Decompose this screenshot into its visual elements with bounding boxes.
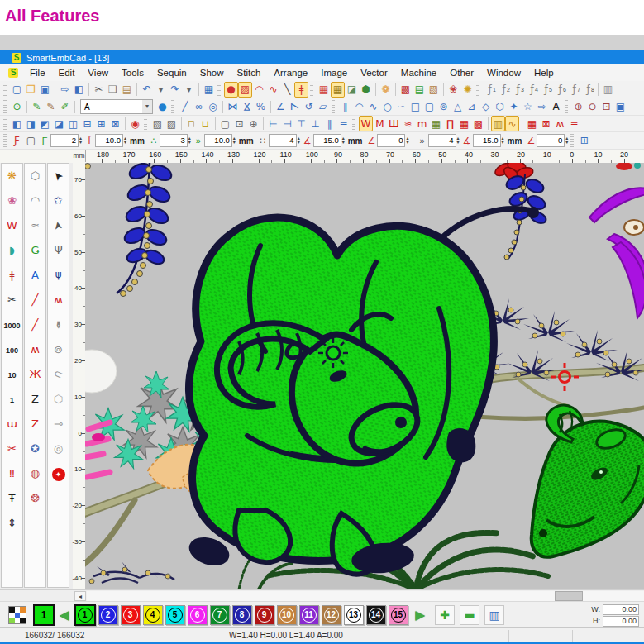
menu-sequin[interactable]: Sequin bbox=[150, 68, 193, 78]
break-apart-button[interactable]: ⊠ bbox=[108, 116, 122, 131]
insert-shapes-button[interactable]: ⬢ bbox=[359, 82, 373, 98]
horizontal-ruler[interactable]: -180-170-160-150-140-130-120-110-100-90-… bbox=[85, 150, 644, 163]
menu-view[interactable]: View bbox=[81, 68, 115, 78]
title-bar[interactable]: S SmartEmbCad - [13] bbox=[0, 50, 644, 64]
four-star-shape-button[interactable]: ✦ bbox=[507, 99, 521, 115]
spin-down-icon[interactable]: ▾ bbox=[79, 141, 82, 145]
wrench-tool-tool-button[interactable]: ⊂ bbox=[48, 362, 69, 387]
right-triangle-shape-button[interactable]: ⊿ bbox=[465, 99, 479, 115]
spin-down-icon[interactable]: ▾ bbox=[188, 141, 191, 145]
sew-order-8-button[interactable]: ƒ8 bbox=[581, 82, 595, 98]
zigzag2-type-button[interactable]: ʍ bbox=[553, 116, 567, 131]
palette-color-9[interactable]: 9 bbox=[255, 605, 274, 625]
triple-manual-tool-button[interactable]: Z bbox=[25, 412, 45, 436]
align-top-button[interactable]: ⊤ bbox=[294, 116, 308, 131]
baseline-tool-tool-button[interactable]: Ŧ bbox=[2, 486, 22, 511]
sew-order-4-button[interactable]: ƒ4 bbox=[525, 82, 539, 98]
vertical-ruler[interactable]: 706050403020100-10-20-30-40 bbox=[73, 163, 86, 589]
pan-hand-tool-button[interactable]: Ψ bbox=[48, 238, 69, 263]
palette-color-2[interactable]: 2 bbox=[98, 605, 118, 625]
spin-down-icon[interactable]: ▾ bbox=[298, 141, 300, 145]
next-color-button[interactable]: ▶ bbox=[414, 608, 427, 623]
sew-order-5-button[interactable]: ƒ5 bbox=[539, 82, 553, 98]
angle-a-stepper[interactable]: ▴▾ bbox=[406, 136, 408, 145]
arrow-shape-button[interactable]: ⇨ bbox=[535, 99, 549, 115]
applique-type-button[interactable]: ⊠ bbox=[539, 116, 553, 131]
rotate-object-button[interactable]: ↺ bbox=[302, 99, 316, 115]
exclude-objects-button[interactable]: ◪ bbox=[52, 116, 66, 131]
main-bull-design[interactable] bbox=[185, 207, 539, 576]
stitch-edit-select-tool-button[interactable]: ➤ bbox=[48, 213, 69, 238]
palette-color-11[interactable]: 11 bbox=[299, 605, 319, 625]
node-crop-button[interactable]: ▨ bbox=[165, 116, 179, 131]
design-canvas[interactable] bbox=[85, 163, 644, 589]
grid-fill-button[interactable]: ▦ bbox=[317, 82, 331, 98]
current-color-swatch[interactable]: 1 bbox=[33, 604, 55, 626]
zigzag-stitch-tool-button[interactable]: ʍ bbox=[25, 337, 45, 362]
line-shape-button[interactable]: ╱ bbox=[178, 99, 192, 115]
triple-run-tool-button[interactable]: ╱ bbox=[25, 312, 45, 337]
density-a-value[interactable]: 15.0 bbox=[313, 134, 341, 147]
machine-frame-button[interactable]: ⊞ bbox=[577, 133, 591, 149]
zoom-in-button[interactable]: ⊕ bbox=[571, 99, 585, 115]
spin-down-icon[interactable]: ▾ bbox=[565, 141, 568, 145]
font-select[interactable]: A▾ bbox=[80, 99, 153, 114]
segment-count-stepper[interactable]: ▴▾ bbox=[457, 136, 460, 145]
motif-stitch-type-button[interactable]: m bbox=[415, 116, 429, 131]
distribute-v-button[interactable]: ≡ bbox=[336, 116, 351, 131]
needle-insert-tool-button[interactable]: ǂ bbox=[2, 263, 22, 288]
run-tool-button[interactable]: ⊙ bbox=[10, 99, 24, 115]
mirror-horizontal-button[interactable]: ⋈ bbox=[226, 99, 240, 115]
sew-order-3-button[interactable]: ƒ3 bbox=[511, 82, 525, 98]
intersect-objects-button[interactable]: ◩ bbox=[38, 116, 52, 131]
bezier-pen-button[interactable]: ✐ bbox=[58, 99, 72, 115]
bull-head-design[interactable] bbox=[532, 405, 644, 557]
jump-10-tool-button[interactable]: 10 bbox=[2, 362, 22, 387]
thread-pill-button[interactable]: ▬ bbox=[460, 605, 479, 625]
undo-button[interactable]: ↶ bbox=[140, 82, 154, 98]
wave-stitch-type-button[interactable]: ≋ bbox=[401, 116, 415, 131]
redo-dropdown-button[interactable]: ▾ bbox=[182, 82, 196, 98]
pentagon-shape-button[interactable]: ⬡ bbox=[493, 99, 507, 115]
node-polygon-tool-button[interactable]: ⬡ bbox=[25, 164, 45, 188]
manual-stitch-tool-button[interactable]: Z bbox=[25, 387, 45, 412]
dense-fill-type-button[interactable]: ▦ bbox=[429, 116, 443, 131]
unlock-object-button[interactable]: ⊔ bbox=[198, 116, 212, 131]
rounded-rect-shape-button[interactable]: ▢ bbox=[422, 99, 436, 115]
center-object-button[interactable]: ⊕ bbox=[246, 116, 260, 131]
stop-machine-tool-button[interactable]: ✦ bbox=[48, 461, 69, 486]
stitch-select-tool-button[interactable]: ʍ bbox=[48, 288, 69, 312]
spiral-shape-button[interactable]: ⊚ bbox=[436, 99, 451, 115]
node-select-tool-button[interactable]: ⋔ bbox=[48, 263, 69, 288]
menu-edit[interactable]: Edit bbox=[52, 68, 82, 78]
palette-color-12[interactable]: 12 bbox=[322, 605, 341, 625]
s-curve-shape-button[interactable]: ∽ bbox=[394, 99, 408, 115]
object-properties-button[interactable]: ▦ bbox=[202, 82, 216, 98]
menu-other[interactable]: Other bbox=[443, 68, 480, 78]
palette-color-5[interactable]: 5 bbox=[165, 605, 185, 625]
add-color-button[interactable]: ✚ bbox=[435, 605, 455, 625]
menu-help[interactable]: Help bbox=[527, 68, 561, 78]
palette-color-7[interactable]: 7 bbox=[210, 605, 230, 625]
import-design-button[interactable]: ⇨ bbox=[58, 82, 72, 98]
align-left-button[interactable]: ⊢ bbox=[266, 116, 280, 131]
curved-fill-type-button[interactable]: ∿ bbox=[505, 116, 519, 131]
run-count-value[interactable]: 3 bbox=[160, 134, 188, 147]
ellipse-shape-button[interactable]: ○ bbox=[380, 99, 394, 115]
cut-button[interactable]: ✂ bbox=[92, 82, 106, 98]
pattern-fill-type-button[interactable]: ▥ bbox=[491, 116, 505, 131]
column-stitch-type-button[interactable]: Ш bbox=[387, 116, 401, 131]
pencil-button[interactable]: ✎ bbox=[44, 99, 58, 115]
layer-count-value[interactable]: 2 bbox=[50, 134, 79, 147]
shape-crop-button[interactable]: ▧ bbox=[150, 116, 165, 131]
node-edit-button[interactable]: ✎ bbox=[30, 99, 44, 115]
palette-color-14[interactable]: 14 bbox=[366, 605, 386, 625]
menu-stitch[interactable]: Stitch bbox=[231, 68, 268, 78]
outline-offset-tool-button[interactable]: ⊚ bbox=[48, 337, 69, 362]
group-stitch-tool-button[interactable]: Ǥ bbox=[25, 238, 45, 263]
layer-count-stepper[interactable]: ▴▾ bbox=[79, 136, 82, 145]
satin-ring-tool-button[interactable]: ◍ bbox=[25, 461, 45, 486]
sew-order-1-button[interactable]: ƒ1 bbox=[483, 82, 497, 98]
scroll-thumb[interactable] bbox=[555, 591, 583, 601]
palette-color-3[interactable]: 3 bbox=[121, 605, 141, 625]
